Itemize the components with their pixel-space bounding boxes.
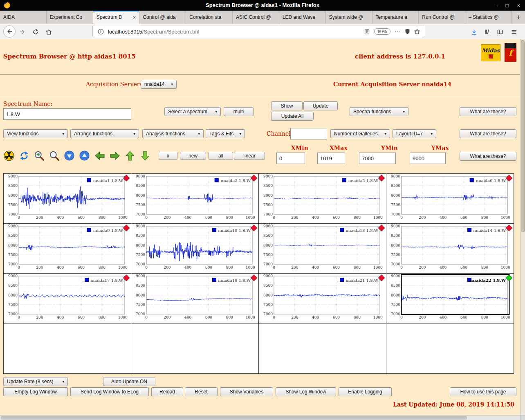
reset-button[interactable]: Reset	[185, 387, 218, 396]
zoom-out-icon[interactable]	[49, 150, 60, 161]
spectrum-chart-nnaida10[interactable]: 7000750080008500900002004006008001000nna…	[131, 224, 259, 274]
update-all-button[interactable]: Update All	[271, 112, 314, 121]
what-are-these-button-2[interactable]: What are these?	[460, 129, 516, 138]
arrange-functions-dropdown[interactable]: Arrange functions▾	[70, 129, 139, 138]
new-button[interactable]: new	[180, 152, 206, 160]
back-button[interactable]	[3, 25, 16, 38]
show-log-window-button[interactable]: Show Log Window	[276, 387, 336, 396]
channel-input[interactable]	[290, 128, 327, 139]
facility-logo[interactable]: f	[505, 43, 516, 62]
refresh-icon[interactable]	[18, 150, 29, 161]
spectrum-chart-nnaida22[interactable]: 7000750080008500900002004006008001000nna…	[386, 274, 514, 323]
site-info-icon[interactable]	[96, 29, 105, 35]
enable-logging-button[interactable]: Enable Logging	[339, 387, 392, 396]
x-button[interactable]: x	[159, 152, 177, 160]
tags-fits-dropdown[interactable]: Tags & Fits▾	[206, 129, 245, 138]
spectrum-chart-nnaida18[interactable]: 7000750080008500900002004006008001000nna…	[131, 274, 259, 323]
spectrum-chart-nnaida14[interactable]: 7000750080008500900002004006008001000nna…	[386, 224, 514, 274]
spectrum-name-input[interactable]	[3, 108, 131, 120]
tab-close-icon[interactable]: ×	[133, 14, 136, 20]
vertical-scrollbar[interactable]	[520, 39, 525, 415]
pan-down-icon[interactable]	[139, 150, 150, 161]
tab-system-wide[interactable]: System wide @	[326, 11, 372, 24]
sidebar-toggle-icon[interactable]	[495, 27, 505, 37]
tab-experiment-co[interactable]: Experiment Co	[47, 11, 93, 24]
chevron-down-icon: ▾	[198, 132, 200, 136]
xmin-input[interactable]	[276, 153, 305, 164]
analysis-functions-dropdown[interactable]: Analysis functions▾	[142, 129, 204, 138]
menu-icon[interactable]	[509, 27, 519, 37]
spectrum-chart-nnaida2[interactable]: 7000750080008500900002004006008001000nna…	[131, 174, 259, 224]
tab-aida[interactable]: AIDA	[0, 11, 47, 24]
xmax-input[interactable]	[317, 153, 345, 164]
spectrum-chart-nnaida5[interactable]: 7000750080008500900002004006008001000nna…	[259, 174, 386, 224]
ymin-input[interactable]	[359, 153, 396, 164]
update-button[interactable]: Update	[303, 101, 338, 110]
svg-text:9000: 9000	[136, 224, 145, 228]
chevron-down-icon: ▾	[384, 132, 386, 136]
tab-spectrum-b[interactable]: Spectrum B×	[93, 11, 140, 24]
tracking-shield-icon[interactable]	[402, 28, 412, 35]
multi-button[interactable]: multi	[224, 107, 254, 116]
layout-id-dropdown[interactable]: Layout ID=7▾	[393, 129, 436, 138]
how-to-use-button[interactable]: How to use this page	[450, 387, 516, 396]
horizontal-scrollbar[interactable]	[0, 415, 525, 420]
ymax-input[interactable]	[410, 153, 446, 164]
spectrum-chart-nnaida9[interactable]: 7000750080008500900002004006008001000nna…	[4, 224, 131, 274]
spectrum-chart-nnaida13[interactable]: 7000750080008500900002004006008001000nna…	[259, 224, 386, 274]
tab-statistics[interactable]: – Statistics @	[465, 11, 512, 24]
zoom-in-icon[interactable]	[34, 150, 45, 161]
what-are-these-button-1[interactable]: What are these?	[460, 107, 516, 116]
tab-control-aida[interactable]: Control @ aida	[139, 11, 186, 24]
new-tab-button[interactable]: +	[512, 11, 525, 24]
home-button[interactable]	[43, 27, 54, 37]
library-icon[interactable]	[482, 27, 492, 37]
page-actions-icon[interactable]: ⋯	[393, 28, 402, 35]
url-bar[interactable]: localhost:8015/Spectrum/Spectrum.tml 80%…	[92, 26, 425, 37]
bookmark-star-icon[interactable]	[412, 28, 422, 35]
all-button[interactable]: all	[209, 152, 233, 160]
reader-mode-icon[interactable]	[362, 29, 372, 35]
show-button[interactable]: Show	[271, 101, 303, 110]
tab-correlation-sta[interactable]: Correlation sta	[186, 11, 233, 24]
tab-asic-control[interactable]: ASIC Control @	[233, 11, 279, 24]
window-minimize-button[interactable]: –	[494, 2, 497, 9]
scroll-down-icon[interactable]	[64, 150, 75, 161]
spectrum-chart-nnaida6[interactable]: 7000750080008500900002004006008001000nna…	[386, 174, 514, 224]
zoom-level-badge[interactable]: 80%	[374, 28, 390, 35]
update-rate-dropdown[interactable]: Update Rate (8 secs)▾	[3, 377, 68, 386]
midas-logo[interactable]: Midas	[481, 44, 500, 61]
tab-bar: AIDAExperiment CoSpectrum B×Control @ ai…	[0, 11, 525, 24]
acquisition-server-select[interactable]: nnaida14▾	[141, 80, 177, 89]
view-functions-dropdown[interactable]: View functions▾	[3, 129, 68, 138]
show-variables-button[interactable]: Show Variables	[220, 387, 273, 396]
number-of-galleries-dropdown[interactable]: Number of Galleries▾	[330, 129, 390, 138]
linear-button[interactable]: linear	[234, 152, 265, 160]
spectra-functions-dropdown[interactable]: Spectra functions▾	[350, 107, 408, 116]
radiation-icon[interactable]	[3, 150, 14, 161]
scroll-up-icon[interactable]	[79, 150, 90, 161]
window-maximize-button[interactable]: □	[506, 2, 509, 9]
pan-up-icon[interactable]	[124, 150, 135, 161]
reload-button[interactable]	[30, 27, 41, 37]
what-are-these-button-3[interactable]: What are these?	[460, 152, 516, 161]
empty-log-window-button[interactable]: Empty Log Window	[3, 387, 68, 396]
pan-left-icon[interactable]	[94, 150, 105, 161]
tab-temperature-a[interactable]: Temperature a	[372, 11, 419, 24]
spectrum-chart-nnaida17[interactable]: 7000750080008500900002004006008001000nna…	[4, 274, 131, 323]
downloads-icon[interactable]	[469, 27, 479, 37]
vertical-scrollbar-thumb[interactable]	[521, 40, 525, 232]
horizontal-scrollbar-thumb[interactable]	[1, 416, 467, 420]
spectrum-chart-nnaida21[interactable]: 7000750080008500900002004006008001000nna…	[259, 274, 386, 323]
reload-page-button[interactable]: Reload	[151, 387, 183, 396]
auto-update-button[interactable]: Auto Update ON	[103, 377, 155, 386]
svg-text:600: 600	[333, 315, 340, 319]
pan-right-icon[interactable]	[109, 150, 120, 161]
tab-led-and-wave[interactable]: LED and Wave	[279, 11, 326, 24]
send-log-window-to-elog-button[interactable]: Send Log Window to ELog	[70, 387, 149, 396]
window-close-button[interactable]: ×	[517, 2, 520, 9]
forward-button[interactable]	[17, 27, 28, 37]
spectrum-chart-nnaida1[interactable]: 7000750080008500900002004006008001000nna…	[4, 174, 131, 224]
tab-run-control[interactable]: Run Control @	[419, 11, 465, 24]
select-a-spectrum-dropdown[interactable]: Select a spectrum▾	[164, 107, 221, 116]
